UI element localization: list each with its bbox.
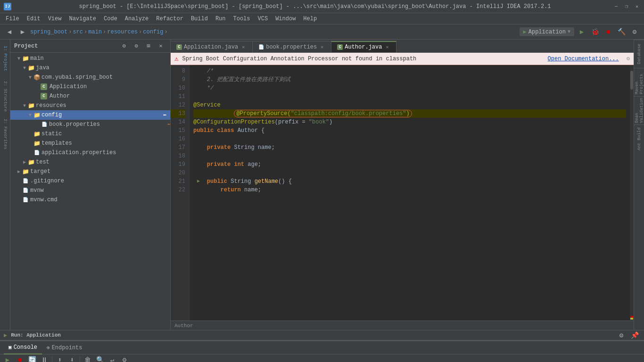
toolbar-back-btn[interactable]: ◀ [4, 26, 15, 38]
bean-validation-panel-toggle[interactable]: Bean Validation [634, 96, 644, 124]
tree-item-static[interactable]: 📁 static [10, 129, 170, 139]
menu-edit[interactable]: Edit [23, 15, 44, 23]
breadcrumb-resources[interactable]: resources [107, 29, 138, 35]
tab-book-properties[interactable]: 📄 book.properties ✕ [253, 41, 331, 52]
menu-tools[interactable]: Tools [230, 15, 254, 23]
menu-view[interactable]: View [44, 15, 66, 23]
tree-item-gitignore[interactable]: 📄 .gitignore [10, 176, 170, 186]
menu-build[interactable]: Build [187, 15, 212, 23]
editor-scrollbar[interactable] [630, 65, 634, 321]
tree-item-main[interactable]: ▼ 📁 main [10, 54, 170, 63]
console-wrap-btn[interactable]: ↵ [107, 354, 118, 362]
tree-item-package[interactable]: ▼ 📦 com.yubai.spring_boot [10, 73, 170, 82]
tree-item-book-properties[interactable]: 📄 book.properties ⬅ [10, 120, 170, 129]
menu-refactor[interactable]: Refactor [152, 15, 187, 23]
tab-endpoints[interactable]: ⊕ Endpoints [42, 341, 87, 354]
folder-icon: 📁 [27, 65, 35, 72]
tree-item-java[interactable]: ▼ 📁 java [10, 63, 170, 73]
menu-help[interactable]: Help [299, 15, 321, 23]
tab-application[interactable]: C Application.java ✕ [171, 41, 253, 52]
structure-panel-toggle[interactable]: 2: Structure [0, 77, 10, 115]
main-content: 1: Project 2: Structure 2: Favorites Pro… [0, 40, 644, 330]
debug-button[interactable]: 🐞 [589, 26, 601, 38]
tab-close-application[interactable]: ✕ [240, 44, 247, 50]
tree-item-test[interactable]: ▶ 📁 test [10, 157, 170, 167]
panel-expand-btn[interactable]: ⊞ [143, 41, 154, 52]
tree-item-config[interactable]: ▼ 📁 config ⬅ [10, 110, 170, 120]
breadcrumb-main[interactable]: main [88, 29, 102, 35]
menu-navigate[interactable]: Navigate [65, 15, 100, 23]
tab-icon-book-props: 📄 [258, 44, 264, 50]
console-clear-btn[interactable]: 🗑 [82, 354, 93, 362]
console-run-btn[interactable]: ▶ [2, 354, 13, 362]
panel-gear-btn[interactable]: ⚙ [131, 41, 142, 52]
warning-settings-icon[interactable]: ⚙ [627, 55, 630, 62]
run-gutter-icon[interactable]: ▶ [197, 177, 200, 186]
console-pause-btn[interactable]: ⏸ [39, 354, 50, 362]
tree-item-templates[interactable]: 📁 templates [10, 139, 170, 148]
project-panel-toggle[interactable]: 1: Project [0, 40, 10, 77]
menu-analyze[interactable]: Analyze [121, 15, 152, 23]
tree-item-application[interactable]: C Application [10, 82, 170, 91]
code-content[interactable]: /* 2. 把配置文件放在类路径下则试 */ @Service @Propert… [190, 65, 630, 321]
run-pin-btn[interactable]: 📌 [629, 329, 640, 341]
settings-button[interactable]: ⚙ [629, 26, 640, 38]
run-config-selector[interactable]: ▶ Application ▼ [520, 27, 574, 36]
editor-tabs: C Application.java ✕ 📄 book.properties ✕… [171, 40, 634, 53]
console-stop-btn[interactable]: ■ [14, 354, 25, 362]
console-scroll-up-btn[interactable]: ⬆ [54, 354, 66, 362]
bottom-panel: ▣ Console ⊕ Endpoints ▶ ■ 🔄 ⏸ ⬆ ⬇ 🗑 🔍 ↵ … [0, 340, 644, 362]
tree-label-package: com.yubai.spring_boot [41, 74, 170, 81]
run-settings-btn[interactable]: ⚙ [616, 329, 627, 341]
menu-run[interactable]: Run [212, 15, 230, 23]
panel-sync-btn[interactable]: ⚙ [118, 41, 130, 52]
tree-label-application: Application [50, 83, 170, 90]
tab-close-book-props[interactable]: ✕ [319, 44, 325, 50]
database-panel-toggle[interactable]: Database [634, 40, 644, 68]
restore-button[interactable]: ❐ [623, 3, 630, 10]
menu-window[interactable]: Window [272, 15, 299, 23]
menu-code[interactable]: Code [100, 15, 121, 23]
console-settings-btn[interactable]: ⚙ [119, 354, 130, 362]
stop-button[interactable]: ■ [603, 26, 614, 38]
run-bar-label: Run: Application [11, 332, 61, 338]
console-scroll-down-btn[interactable]: ⬇ [66, 354, 78, 362]
ant-build-panel-toggle[interactable]: Ant Build [634, 124, 644, 153]
menu-bar: File Edit View Navigate Code Analyze Ref… [0, 13, 644, 25]
breadcrumb-src[interactable]: src [73, 29, 83, 35]
menu-vcs[interactable]: VCS [254, 15, 272, 23]
tab-icon-application: C [176, 44, 182, 50]
minimize-button[interactable]: — [613, 3, 619, 10]
warning-indicator [630, 318, 633, 320]
favorites-panel-toggle[interactable]: 2: Favorites [0, 115, 10, 153]
project-tree: ▼ 📁 main ▼ 📁 java ▼ 📦 com.yubai.spring_b… [10, 53, 170, 330]
code-line-13: @PropertySource("classpath:config/book.p… [193, 109, 626, 118]
endpoints-tab-label: Endpoints [52, 345, 83, 351]
tree-item-app-properties[interactable]: 📄 application.properties [10, 148, 170, 157]
separator2 [80, 356, 80, 362]
console-filter-btn[interactable]: 🔍 [94, 354, 106, 362]
tree-item-mvnw[interactable]: 📄 mvnw [10, 186, 170, 195]
toolbar-forward-btn[interactable]: ▶ [17, 26, 28, 38]
tree-label-app-props: application.properties [41, 149, 170, 156]
run-bar-icon: ▶ [4, 332, 7, 339]
tab-author[interactable]: C Author.java ✕ [331, 41, 396, 52]
tree-label-templates: templates [41, 140, 170, 147]
tree-item-author[interactable]: C Author [10, 91, 170, 101]
tree-item-mvnw-cmd[interactable]: 📄 mvnw.cmd [10, 195, 170, 205]
tab-console[interactable]: ▣ Console [4, 341, 42, 354]
run-button[interactable]: ▶ [576, 26, 587, 38]
build-button[interactable]: 🔨 [616, 26, 627, 38]
scrollbar-thumb[interactable] [630, 71, 633, 90]
menu-file[interactable]: File [2, 15, 23, 23]
tree-item-target[interactable]: ▶ 📁 target [10, 167, 170, 176]
breadcrumb-config[interactable]: config [143, 29, 163, 35]
open-documentation-link[interactable]: Open Documentation... [548, 56, 619, 62]
maven-panel-toggle[interactable]: Maven Projects [634, 68, 644, 96]
tab-close-author[interactable]: ✕ [384, 44, 390, 50]
panel-close-btn[interactable]: ✕ [155, 41, 166, 52]
tree-item-resources[interactable]: ▼ 📁 resources [10, 101, 170, 110]
close-button[interactable]: ✕ [634, 3, 640, 10]
breadcrumb-project[interactable]: spring_boot [30, 29, 67, 35]
console-restart-btn[interactable]: 🔄 [26, 354, 38, 362]
